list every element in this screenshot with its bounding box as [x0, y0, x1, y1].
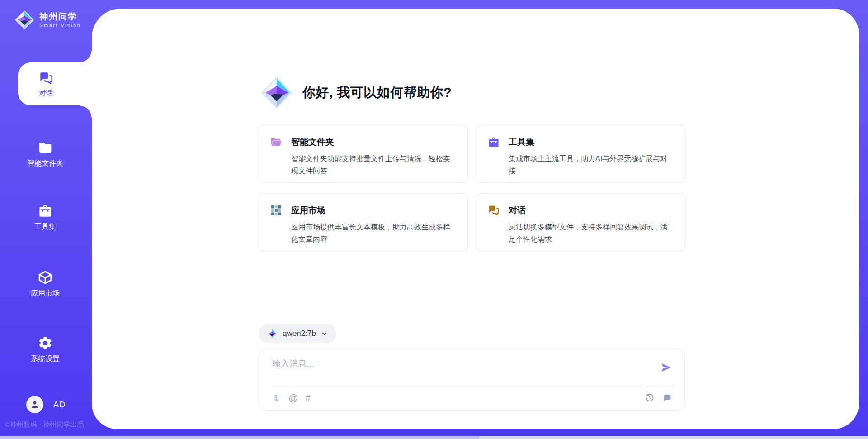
main-panel: 你好, 我可以如何帮助你? 智能文件夹智能文件夹功能支持批量文件上传与清洗，轻松…: [92, 9, 859, 429]
sidebar-item-label: 应用市场: [31, 289, 60, 298]
card-description: 集成市场上主流工具，助力AI与外界无缝扩展与对接: [509, 153, 674, 177]
sidebar-item-2[interactable]: 工具集: [0, 203, 90, 232]
scrollbar-thumb[interactable]: [0, 436, 479, 439]
sidebar-item-active[interactable]: 对话: [18, 62, 92, 105]
feature-card-4[interactable]: 对话灵活切换多模型文件，支持多样回复效果调试，满足个性化需求: [476, 193, 685, 251]
composer-divider: [269, 386, 674, 387]
tab-fillet-bottom: [80, 105, 92, 117]
card-head: 智能文件夹: [270, 136, 457, 148]
card-title: 工具集: [509, 136, 534, 148]
chevron-down-icon[interactable]: [321, 330, 328, 337]
card-description: 灵活切换多模型文件，支持多样回复效果调试，满足个性化需求: [509, 221, 674, 245]
model-selector[interactable]: qwen2:7b: [259, 324, 336, 343]
cube-icon: [37, 269, 53, 286]
hash-icon[interactable]: #: [305, 393, 311, 403]
folder-open-icon: [270, 136, 283, 148]
message-composer: @ #: [259, 348, 685, 411]
card-title: 智能文件夹: [291, 136, 334, 148]
model-name: qwen2:7b: [283, 329, 316, 338]
main-content: 你好, 我可以如何帮助你? 智能文件夹智能文件夹功能支持批量文件上传与清洗，轻松…: [259, 9, 685, 429]
sidebar: 神州问学 Smart Vision 对话智能文件夹工具集应用市场系统设置 AD …: [0, 0, 92, 439]
feature-card-2[interactable]: 工具集集成市场上主流工具，助力AI与外界无缝扩展与对接: [476, 125, 685, 183]
mention-at-icon[interactable]: @: [288, 393, 298, 403]
folder-icon: [37, 139, 53, 156]
copyright-text: ©神州数码 · 神州问学出品: [0, 420, 89, 429]
card-description: 应用市场提供丰富长文本模板，助力高效生成多样化文章内容: [291, 221, 457, 245]
card-head: 对话: [487, 204, 674, 217]
sidebar-item-1[interactable]: 智能文件夹: [0, 139, 90, 168]
card-title: 应用市场: [291, 205, 326, 216]
greeting-text: 你好, 我可以如何帮助你?: [302, 84, 452, 102]
sidebar-item-label: 系统设置: [31, 354, 60, 364]
brand: 神州问学 Smart Vision: [14, 9, 81, 31]
grid-icon: [270, 204, 283, 217]
card-head: 应用市场: [270, 204, 457, 217]
feature-card-3[interactable]: 应用市场应用市场提供丰富长文本模板，助力高效生成多样化文章内容: [259, 193, 468, 251]
history-icon[interactable]: [645, 393, 655, 403]
feature-cards: 智能文件夹智能文件夹功能支持批量文件上传与清洗，轻松实现文件问答工具集集成市场上…: [259, 125, 685, 251]
composer-right-tools: [645, 393, 672, 403]
brand-subtitle: Smart Vision: [39, 23, 81, 28]
message-input[interactable]: [271, 358, 644, 369]
sidebar-item-label: 对话: [39, 89, 53, 98]
sidebar-item-4[interactable]: 系统设置: [0, 335, 90, 364]
chat-icon: [487, 204, 500, 217]
toolbox-icon: [487, 136, 500, 148]
card-title: 对话: [509, 205, 526, 216]
avatar[interactable]: [26, 396, 43, 413]
paperclip-icon[interactable]: [271, 393, 281, 403]
brand-logo-diamond-icon: [14, 9, 35, 31]
user-row[interactable]: AD: [26, 396, 66, 413]
greeting: 你好, 我可以如何帮助你?: [259, 75, 452, 111]
horizontal-scrollbar[interactable]: [0, 436, 868, 439]
greeting-logo-diamond-icon: [259, 75, 295, 111]
sidebar-item-label: 智能文件夹: [27, 159, 63, 168]
sidebar-item-3[interactable]: 应用市场: [0, 269, 90, 298]
brand-title: 神州问学: [39, 12, 81, 22]
card-head: 工具集: [487, 136, 674, 148]
card-description: 智能文件夹功能支持批量文件上传与清洗，轻松实现文件问答: [291, 153, 457, 177]
model-logo-diamond-icon: [266, 328, 278, 339]
feature-card-1[interactable]: 智能文件夹智能文件夹功能支持批量文件上传与清洗，轻松实现文件问答: [259, 125, 468, 183]
composer-left-tools: @ #: [271, 393, 311, 403]
chat-bubble-icon[interactable]: [662, 393, 672, 403]
user-initials: AD: [53, 400, 66, 410]
toolbox-icon: [37, 203, 53, 219]
sidebar-item-label: 工具集: [34, 222, 56, 232]
send-icon[interactable]: [660, 361, 672, 374]
chat-icon: [38, 70, 54, 86]
gear-icon: [37, 335, 53, 351]
tab-fillet-top: [80, 51, 92, 62]
